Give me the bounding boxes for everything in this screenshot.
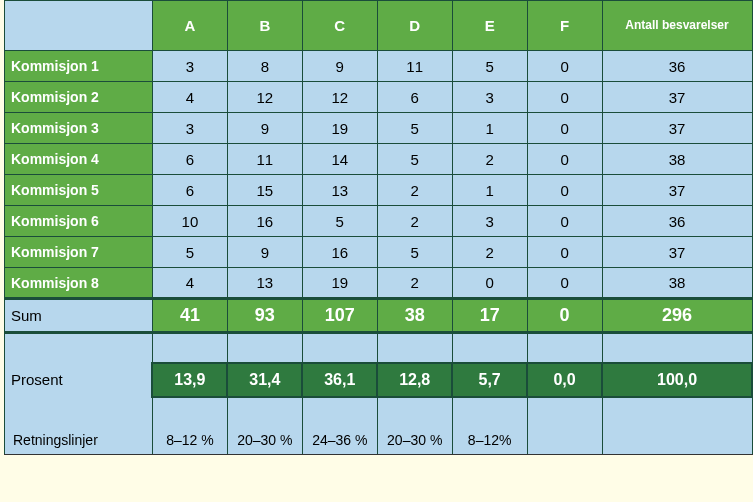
cell-e: 5 — [452, 51, 527, 82]
cell-e: 3 — [452, 82, 527, 113]
data-body: Kommisjon 1389115036Kommisjon 2412126303… — [5, 51, 753, 299]
table-row: Kommisjon 7591652037 — [5, 237, 753, 268]
cell-b: 11 — [227, 144, 302, 175]
cell-a: 10 — [152, 206, 227, 237]
sum-a: 41 — [152, 299, 227, 333]
guidelines-b: 20–30 % — [227, 427, 302, 455]
cell-c: 9 — [302, 51, 377, 82]
grade-distribution-table: A B C D E F Antall besvarelser Kommisjon… — [4, 0, 753, 455]
percent-b: 31,4 — [227, 363, 302, 397]
cell-f: 0 — [527, 175, 602, 206]
cell-total: 37 — [602, 82, 752, 113]
percent-total: 100,0 — [602, 363, 752, 397]
cell-d: 5 — [377, 237, 452, 268]
cell-f: 0 — [527, 206, 602, 237]
cell-f: 0 — [527, 144, 602, 175]
cell-d: 2 — [377, 206, 452, 237]
guidelines-total — [602, 427, 752, 455]
guidelines-c: 24–36 % — [302, 427, 377, 455]
cell-a: 3 — [152, 51, 227, 82]
guidelines-row: Retningslinjer 8–12 % 20–30 % 24–36 % 20… — [5, 427, 753, 455]
sum-total: 296 — [602, 299, 752, 333]
cell-d: 2 — [377, 268, 452, 299]
cell-e: 0 — [452, 268, 527, 299]
cell-total: 37 — [602, 237, 752, 268]
row-label: Kommisjon 3 — [5, 113, 153, 144]
header-row: A B C D E F Antall besvarelser — [5, 1, 753, 51]
cell-c: 19 — [302, 268, 377, 299]
cell-total: 36 — [602, 51, 752, 82]
cell-e: 2 — [452, 144, 527, 175]
sum-b: 93 — [227, 299, 302, 333]
row-label: Kommisjon 2 — [5, 82, 153, 113]
table-row: Kommisjon 3391951037 — [5, 113, 753, 144]
cell-d: 6 — [377, 82, 452, 113]
cell-b: 8 — [227, 51, 302, 82]
cell-d: 11 — [377, 51, 452, 82]
cell-f: 0 — [527, 82, 602, 113]
cell-b: 16 — [227, 206, 302, 237]
cell-total: 38 — [602, 268, 752, 299]
sum-row: Sum 41 93 107 38 17 0 296 — [5, 299, 753, 333]
header-c: C — [302, 1, 377, 51]
cell-a: 4 — [152, 82, 227, 113]
cell-e: 3 — [452, 206, 527, 237]
cell-a: 6 — [152, 144, 227, 175]
sum-c: 107 — [302, 299, 377, 333]
cell-f: 0 — [527, 113, 602, 144]
cell-total: 38 — [602, 144, 752, 175]
header-b: B — [227, 1, 302, 51]
percent-f: 0,0 — [527, 363, 602, 397]
table-row: Kommisjon 46111452038 — [5, 144, 753, 175]
sum-e: 17 — [452, 299, 527, 333]
cell-b: 12 — [227, 82, 302, 113]
table-row: Kommisjon 61016523036 — [5, 206, 753, 237]
percent-row: Prosent 13,9 31,4 36,1 12,8 5,7 0,0 100,… — [5, 363, 753, 397]
row-label: Kommisjon 4 — [5, 144, 153, 175]
header-f: F — [527, 1, 602, 51]
cell-d: 5 — [377, 113, 452, 144]
cell-c: 13 — [302, 175, 377, 206]
cell-total: 37 — [602, 113, 752, 144]
percent-e: 5,7 — [452, 363, 527, 397]
table-row: Kommisjon 24121263037 — [5, 82, 753, 113]
sum-f: 0 — [527, 299, 602, 333]
cell-c: 16 — [302, 237, 377, 268]
cell-b: 13 — [227, 268, 302, 299]
cell-c: 12 — [302, 82, 377, 113]
cell-b: 9 — [227, 113, 302, 144]
table-row: Kommisjon 56151321037 — [5, 175, 753, 206]
row-label: Kommisjon 1 — [5, 51, 153, 82]
row-label: Kommisjon 7 — [5, 237, 153, 268]
header-blank — [5, 1, 153, 51]
table-row: Kommisjon 1389115036 — [5, 51, 753, 82]
cell-a: 3 — [152, 113, 227, 144]
cell-a: 6 — [152, 175, 227, 206]
cell-e: 1 — [452, 113, 527, 144]
table-row: Kommisjon 84131920038 — [5, 268, 753, 299]
header-total: Antall besvarelser — [602, 1, 752, 51]
cell-b: 9 — [227, 237, 302, 268]
header-a: A — [152, 1, 227, 51]
cell-d: 5 — [377, 144, 452, 175]
row-label: Kommisjon 6 — [5, 206, 153, 237]
cell-c: 19 — [302, 113, 377, 144]
percent-d: 12,8 — [377, 363, 452, 397]
spacer-row-2 — [5, 397, 753, 427]
header-d: D — [377, 1, 452, 51]
cell-e: 2 — [452, 237, 527, 268]
guidelines-label: Retningslinjer — [5, 427, 153, 455]
cell-c: 14 — [302, 144, 377, 175]
cell-e: 1 — [452, 175, 527, 206]
guidelines-e: 8–12% — [452, 427, 527, 455]
guidelines-d: 20–30 % — [377, 427, 452, 455]
row-label: Kommisjon 8 — [5, 268, 153, 299]
cell-total: 36 — [602, 206, 752, 237]
header-e: E — [452, 1, 527, 51]
cell-d: 2 — [377, 175, 452, 206]
spacer-row-1 — [5, 333, 753, 363]
percent-a: 13,9 — [152, 363, 227, 397]
percent-label: Prosent — [5, 363, 153, 397]
cell-c: 5 — [302, 206, 377, 237]
cell-b: 15 — [227, 175, 302, 206]
